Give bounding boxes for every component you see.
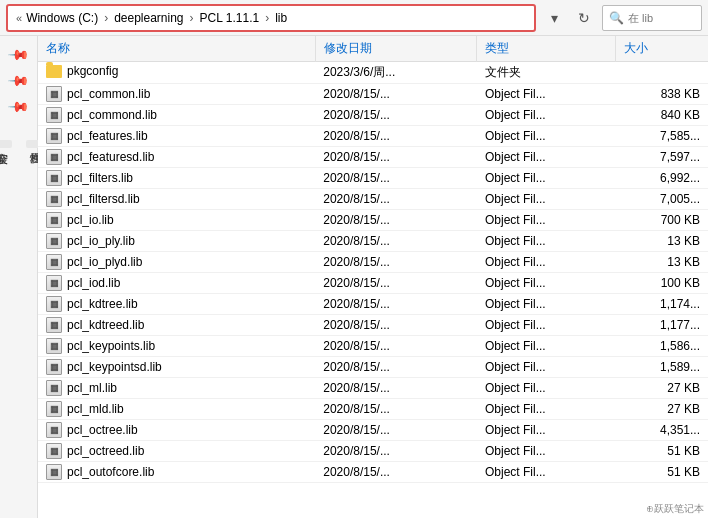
pin-icon-2[interactable]: 📌 (7, 68, 30, 91)
table-row[interactable]: ▦ pcl_keypointsd.lib 2020/8/15/... Objec… (38, 357, 708, 378)
col-name-header[interactable]: 名称 (38, 36, 315, 62)
file-name[interactable]: ▦ pcl_io_ply.lib (38, 231, 315, 252)
lib-icon: ▦ (46, 191, 62, 207)
lib-icon: ▦ (46, 254, 62, 270)
file-size: 7,585... (616, 126, 708, 147)
file-size: 27 KB (616, 399, 708, 420)
file-size: 1,177... (616, 315, 708, 336)
sep3: › (265, 11, 269, 25)
breadcrumb-windows[interactable]: Windows (C:) (26, 11, 98, 25)
file-size: 4,351... (616, 420, 708, 441)
file-name[interactable]: ▦ pcl_kdtreed.lib (38, 315, 315, 336)
file-date: 2023/3/6/周... (315, 62, 477, 84)
file-date: 2020/8/15/... (315, 441, 477, 462)
folder-icon (46, 65, 62, 78)
sep1: › (104, 11, 108, 25)
file-date: 2020/8/15/... (315, 147, 477, 168)
file-type: Object Fil... (477, 147, 616, 168)
refresh-button[interactable]: ↻ (572, 6, 596, 30)
file-name[interactable]: ▦ pcl_keypoints.lib (38, 336, 315, 357)
file-name[interactable]: ▦ pcl_io_plyd.lib (38, 252, 315, 273)
file-type: Object Fil... (477, 399, 616, 420)
table-row[interactable]: ▦ pcl_mld.lib 2020/8/15/... Object Fil..… (38, 399, 708, 420)
file-name[interactable]: ▦ pcl_ml.lib (38, 378, 315, 399)
table-row[interactable]: pkgconfig 2023/3/6/周... 文件夹 (38, 62, 708, 84)
table-row[interactable]: ▦ pcl_io_plyd.lib 2020/8/15/... Object F… (38, 252, 708, 273)
table-row[interactable]: ▦ pcl_io.lib 2020/8/15/... Object Fil...… (38, 210, 708, 231)
file-type: Object Fil... (477, 273, 616, 294)
col-size-header[interactable]: 大小 (616, 36, 708, 62)
file-date: 2020/8/15/... (315, 399, 477, 420)
file-type: Object Fil... (477, 84, 616, 105)
lib-icon: ▦ (46, 170, 62, 186)
file-name[interactable]: ▦ pcl_iod.lib (38, 273, 315, 294)
file-type: Object Fil... (477, 189, 616, 210)
breadcrumb-deeplearning[interactable]: deeplearning (114, 11, 183, 25)
file-size (616, 62, 708, 84)
file-name[interactable]: ▦ pcl_common.lib (38, 84, 315, 105)
table-row[interactable]: ▦ pcl_keypoints.lib 2020/8/15/... Object… (38, 336, 708, 357)
lib-icon: ▦ (46, 401, 62, 417)
breadcrumb-pcl[interactable]: PCL 1.11.1 (200, 11, 260, 25)
file-name[interactable]: pkgconfig (38, 62, 315, 84)
file-date: 2020/8/15/... (315, 84, 477, 105)
table-row[interactable]: ▦ pcl_octreed.lib 2020/8/15/... Object F… (38, 441, 708, 462)
table-row[interactable]: ▦ pcl_common.lib 2020/8/15/... Object Fi… (38, 84, 708, 105)
sep2: › (190, 11, 194, 25)
top-bar: « Windows (C:) › deeplearning › PCL 1.11… (0, 0, 708, 36)
table-row[interactable]: ▦ pcl_iod.lib 2020/8/15/... Object Fil..… (38, 273, 708, 294)
file-size: 13 KB (616, 231, 708, 252)
lib-icon: ▦ (46, 464, 62, 480)
file-type: 文件夹 (477, 62, 616, 84)
file-date: 2020/8/15/... (315, 168, 477, 189)
file-name[interactable]: ▦ pcl_features.lib (38, 126, 315, 147)
file-name[interactable]: ▦ pcl_keypointsd.lib (38, 357, 315, 378)
file-date: 2020/8/15/... (315, 189, 477, 210)
file-type: Object Fil... (477, 336, 616, 357)
install-label[interactable]: 空安装 (0, 140, 12, 148)
table-row[interactable]: ▦ pcl_outofcore.lib 2020/8/15/... Object… (38, 462, 708, 483)
table-row[interactable]: ▦ pcl_filters.lib 2020/8/15/... Object F… (38, 168, 708, 189)
file-type: Object Fil... (477, 231, 616, 252)
col-date-header[interactable]: 修改日期 (315, 36, 477, 62)
file-name[interactable]: ▦ pcl_featuresd.lib (38, 147, 315, 168)
file-name[interactable]: ▦ pcl_io.lib (38, 210, 315, 231)
file-name[interactable]: ▦ pcl_filters.lib (38, 168, 315, 189)
breadcrumb[interactable]: « Windows (C:) › deeplearning › PCL 1.11… (6, 4, 536, 32)
file-name[interactable]: ▦ pcl_octree.lib (38, 420, 315, 441)
file-name[interactable]: ▦ pcl_commond.lib (38, 105, 315, 126)
search-box[interactable]: 🔍 (602, 5, 702, 31)
table-row[interactable]: ▦ pcl_filtersd.lib 2020/8/15/... Object … (38, 189, 708, 210)
file-date: 2020/8/15/... (315, 462, 477, 483)
file-name[interactable]: ▦ pcl_mld.lib (38, 399, 315, 420)
table-row[interactable]: ▦ pcl_commond.lib 2020/8/15/... Object F… (38, 105, 708, 126)
pin-icon[interactable]: 📌 (7, 42, 30, 65)
lib-icon: ▦ (46, 422, 62, 438)
file-type: Object Fil... (477, 252, 616, 273)
file-name[interactable]: ▦ pcl_kdtree.lib (38, 294, 315, 315)
table-row[interactable]: ▦ pcl_kdtreed.lib 2020/8/15/... Object F… (38, 315, 708, 336)
dropdown-button[interactable]: ▾ (542, 6, 566, 30)
file-date: 2020/8/15/... (315, 105, 477, 126)
file-date: 2020/8/15/... (315, 252, 477, 273)
pin-icon-3[interactable]: 📌 (7, 94, 30, 117)
lib-icon: ▦ (46, 233, 62, 249)
breadcrumb-lib[interactable]: lib (275, 11, 287, 25)
search-input[interactable] (628, 12, 698, 24)
file-name[interactable]: ▦ pcl_octreed.lib (38, 441, 315, 462)
table-row[interactable]: ▦ pcl_kdtree.lib 2020/8/15/... Object Fi… (38, 294, 708, 315)
lib-icon: ▦ (46, 296, 62, 312)
file-date: 2020/8/15/... (315, 273, 477, 294)
file-date: 2020/8/15/... (315, 420, 477, 441)
table-row[interactable]: ▦ pcl_featuresd.lib 2020/8/15/... Object… (38, 147, 708, 168)
main-content: 📌 📌 📌 属性栏 空安装 名称 修改日期 类型 大小 pkgconfig 20… (0, 36, 708, 518)
table-row[interactable]: ▦ pcl_octree.lib 2020/8/15/... Object Fi… (38, 420, 708, 441)
file-name[interactable]: ▦ pcl_filtersd.lib (38, 189, 315, 210)
col-type-header[interactable]: 类型 (477, 36, 616, 62)
file-size: 51 KB (616, 441, 708, 462)
table-row[interactable]: ▦ pcl_features.lib 2020/8/15/... Object … (38, 126, 708, 147)
table-row[interactable]: ▦ pcl_io_ply.lib 2020/8/15/... Object Fi… (38, 231, 708, 252)
table-row[interactable]: ▦ pcl_ml.lib 2020/8/15/... Object Fil...… (38, 378, 708, 399)
file-date: 2020/8/15/... (315, 378, 477, 399)
file-name[interactable]: ▦ pcl_outofcore.lib (38, 462, 315, 483)
